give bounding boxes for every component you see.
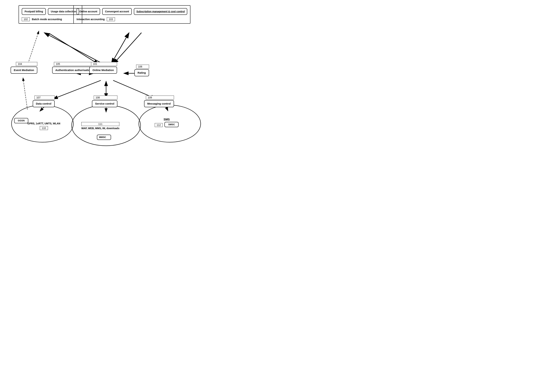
diagram: Postpaid billing Usage data collection 1… (0, 0, 212, 152)
smsc-box: SMSC (164, 122, 178, 127)
rating-component: 106 Rating (134, 63, 149, 76)
interactive-box: Online account Convergent account Subscr… (73, 5, 190, 24)
rating-box: Rating (134, 69, 149, 76)
messaging-control-component: 109 Messaging control (144, 95, 174, 107)
online-account-box: Online account (77, 8, 100, 15)
auth-box: Authentication authorisation (52, 67, 95, 74)
wap-labels: 111 WAP, WEB, MMS, IM, downloads (81, 121, 119, 130)
rating-id: 106 (136, 65, 149, 69)
online-mediation-component: 101 Online Mediation (89, 61, 117, 74)
gprs-text: GPRS, 1xRTT, UMTS, WLAN (27, 122, 60, 126)
auth-component: 105 Authentication authorisation (52, 61, 95, 74)
interactive-label: Interactive accounting (77, 18, 105, 21)
subscription-box: Subscription management & cost control (134, 8, 187, 15)
messaging-control-box: Messaging control (144, 100, 174, 107)
convergent-account-box: Convergent account (102, 8, 132, 15)
svg-line-19 (113, 33, 142, 64)
batch-label: Batch mode accounting (32, 18, 62, 21)
wap-id: 111 (81, 122, 119, 126)
event-mediation-component: 104 Event Mediation (11, 61, 37, 74)
batch-id: 102 (22, 17, 30, 21)
ggsn-box: GGSN (14, 118, 28, 123)
online-mediation-box: Online Mediation (89, 67, 117, 74)
mmsc-label-area: MMSC (97, 135, 111, 140)
service-control-box: Service control (92, 100, 117, 107)
svg-line-20 (50, 34, 99, 64)
online-mediation-id: 101 (91, 62, 117, 66)
sms-id: 112 (155, 123, 163, 127)
svg-line-7 (27, 31, 39, 65)
data-control-box: Data control (33, 100, 55, 107)
auth-id: 105 (54, 62, 95, 66)
data-control-component: 107 Data control (33, 95, 55, 107)
svg-line-17 (166, 107, 168, 111)
event-mediation-box: Event Mediation (11, 67, 37, 74)
interactive-id: 103 (107, 17, 115, 21)
mmsc-box: MMSC (97, 135, 111, 140)
svg-line-18 (23, 78, 27, 110)
messaging-control-id: 109 (146, 96, 174, 99)
svg-line-9 (111, 33, 129, 63)
service-control-component: 108 Service control (92, 95, 117, 107)
ggsn-label-area: GGSN (14, 118, 28, 123)
sms-labels: SMS 112 SMSC (155, 118, 178, 127)
data-control-id: 107 (35, 96, 55, 99)
wap-text: WAP, WEB, MMS, IM, downloads (81, 127, 119, 130)
event-mediation-id: 104 (16, 62, 37, 66)
service-control-id: 108 (94, 96, 117, 99)
postpaid-billing-box: Postpaid billing (22, 8, 46, 15)
sms-text: SMS (155, 118, 178, 121)
svg-line-8 (44, 33, 103, 63)
gprs-labels: GPRS, 1xRTT, UMTS, WLAN 110 (27, 122, 60, 130)
batch-mode-box: Postpaid billing Usage data collection 1… (19, 5, 82, 24)
gprs-id: 110 (40, 126, 48, 130)
